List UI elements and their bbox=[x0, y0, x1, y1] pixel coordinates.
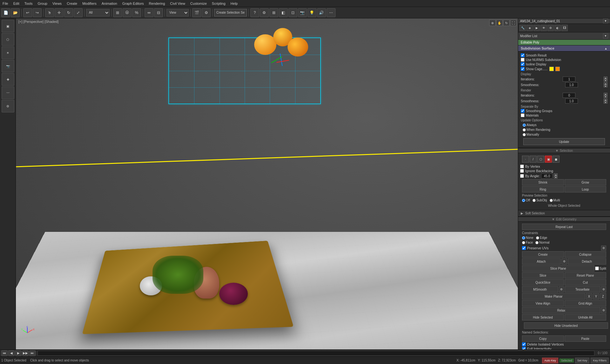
iterations-spinner[interactable]: ▲ ▼ bbox=[604, 77, 607, 82]
menu-edit[interactable]: Edit bbox=[11, 1, 22, 6]
split-check[interactable] bbox=[595, 266, 599, 270]
align-btn[interactable]: ⊟ bbox=[154, 8, 163, 17]
loop-btn[interactable]: Loop bbox=[565, 186, 607, 192]
relax-settings[interactable]: ⚙ bbox=[601, 307, 606, 313]
paste-btn[interactable]: Paste bbox=[565, 335, 607, 342]
move-btn[interactable]: ✛ bbox=[55, 8, 64, 17]
timeline-next-btn[interactable]: ⏭ bbox=[29, 350, 36, 356]
poly-sel-btn[interactable]: ▣ bbox=[545, 156, 552, 163]
vp-zoom-btn[interactable]: ⊕ bbox=[489, 20, 496, 26]
edge-radio[interactable] bbox=[536, 236, 539, 239]
sound-btn[interactable]: 🔊 bbox=[317, 8, 326, 17]
cage-color-swatch2[interactable] bbox=[555, 67, 560, 71]
panel-icon-material[interactable]: ◐ bbox=[554, 25, 561, 31]
new-scene-btn[interactable]: 📄 bbox=[1, 8, 10, 17]
percent-snap-btn[interactable]: % bbox=[132, 8, 141, 17]
menu-civil-view[interactable]: Civil View bbox=[167, 1, 187, 6]
panel-icon-anim[interactable]: 🎞 bbox=[561, 25, 568, 31]
panel-icon-utilities[interactable]: ⚙ bbox=[547, 25, 554, 31]
preserve-uvs-settings[interactable]: ⚙ bbox=[601, 246, 606, 251]
show-cage-check[interactable] bbox=[521, 67, 525, 71]
relax-btn[interactable]: Relax bbox=[522, 307, 600, 313]
element-sel-btn[interactable]: ◼ bbox=[552, 156, 559, 163]
multi-radio[interactable] bbox=[550, 199, 553, 202]
render-iter-spinner[interactable]: ▲ ▼ bbox=[604, 93, 607, 98]
auto-key-btn[interactable]: Auto Key bbox=[542, 358, 558, 363]
mirror-btn[interactable]: ⇔ bbox=[145, 8, 153, 17]
face-radio-label[interactable]: Face bbox=[522, 241, 533, 244]
cage-color-swatch[interactable] bbox=[549, 67, 554, 71]
panel-icon-display[interactable]: 👁 bbox=[540, 25, 547, 31]
menu-graph-editors[interactable]: Graph Editors bbox=[120, 1, 146, 6]
update-button[interactable]: Update bbox=[523, 138, 605, 145]
subobj-radio-label[interactable]: SubObj bbox=[532, 199, 547, 202]
scale-btn[interactable]: ⤢ bbox=[74, 8, 83, 17]
repeat-last-btn[interactable]: Repeat Last bbox=[522, 224, 606, 230]
obj-dropdown-btn[interactable]: ▼ bbox=[603, 18, 608, 24]
vp-rotate-btn[interactable]: ↻ bbox=[503, 20, 510, 26]
set-key-btn[interactable]: Set Key bbox=[575, 358, 590, 363]
grow-btn[interactable]: Grow bbox=[565, 179, 607, 185]
smoothing-groups-check[interactable] bbox=[521, 109, 525, 113]
update-always-radio[interactable] bbox=[523, 124, 526, 127]
menu-modifiers[interactable]: Modifiers bbox=[80, 1, 99, 6]
settings-btn[interactable]: ⚙ bbox=[260, 8, 269, 17]
render-btn[interactable]: 🎬 bbox=[192, 8, 201, 17]
iterations-input[interactable] bbox=[563, 77, 575, 82]
ignore-backfacing-check[interactable] bbox=[520, 169, 524, 173]
key-filters-btn[interactable]: Key Filters bbox=[591, 358, 609, 363]
modifier-dropdown-btn[interactable]: ▼ bbox=[603, 33, 608, 38]
x-btn[interactable]: X bbox=[586, 293, 592, 300]
view-align-btn[interactable]: View Align bbox=[522, 300, 564, 307]
shrink-btn[interactable]: Shrink bbox=[522, 179, 564, 185]
panel-icon-hierarchy[interactable]: ◈ bbox=[526, 25, 533, 31]
preserve-uvs-check[interactable] bbox=[522, 246, 526, 250]
timeline-play-btn[interactable]: ▶ bbox=[15, 350, 22, 356]
msmooth-btn[interactable]: MSmooth bbox=[522, 286, 558, 293]
render-smooth-spinner[interactable]: ▲ ▼ bbox=[604, 98, 607, 104]
menu-scripting[interactable]: Scripting bbox=[209, 1, 228, 6]
menu-group[interactable]: Group bbox=[35, 1, 50, 6]
rotate-btn[interactable]: ↻ bbox=[64, 8, 73, 17]
unhide-all-btn[interactable]: Unhide All bbox=[565, 314, 607, 320]
toggle-btn[interactable]: ◧ bbox=[279, 8, 288, 17]
edit-geom-header[interactable]: ▼ Edit Geometry bbox=[518, 217, 610, 222]
menu-rendering[interactable]: Rendering bbox=[146, 1, 168, 6]
snap-btn[interactable]: ⊞ bbox=[113, 8, 122, 17]
slice-btn[interactable]: Slice bbox=[522, 272, 564, 279]
view-dropdown[interactable]: View World Local bbox=[166, 9, 189, 17]
timeline-prev-btn[interactable]: ⏮ bbox=[1, 350, 8, 356]
multi-radio-label[interactable]: Multi bbox=[550, 199, 560, 202]
spacewarps-btn[interactable]: 〰 bbox=[2, 86, 14, 99]
viewport[interactable]: [+] [Perspective] [Shaded] X Y Z ⊕ ✋ ↻ ⛶ bbox=[16, 18, 518, 349]
update-manually-radio[interactable] bbox=[523, 133, 526, 136]
create-selection-btn[interactable]: Create Selection Se bbox=[214, 9, 247, 17]
create-geometry-btn[interactable]: ▣ bbox=[2, 20, 14, 32]
extra-btn[interactable]: ⋯ bbox=[327, 8, 336, 17]
attach-settings[interactable]: ⚙ bbox=[561, 258, 567, 265]
filter-dropdown[interactable]: All Geometry Shapes bbox=[86, 9, 110, 17]
edge-radio-label[interactable]: Edge bbox=[536, 236, 547, 239]
panel-icon-modifiers[interactable]: 🔧 bbox=[519, 25, 526, 31]
by-vertex-check[interactable] bbox=[520, 165, 524, 168]
msmooth-settings[interactable]: ⚙ bbox=[559, 286, 564, 293]
timeline-bar[interactable] bbox=[37, 351, 594, 356]
layout-btn[interactable]: ⊞ bbox=[269, 8, 278, 17]
tess-settings[interactable]: ⚙ bbox=[601, 286, 606, 293]
tessellate-btn[interactable]: Tessellate bbox=[565, 286, 601, 293]
delete-isolated-check[interactable] bbox=[522, 342, 526, 346]
editable-poly-row[interactable]: Editable Poly bbox=[518, 40, 610, 45]
attach-btn[interactable]: Attach bbox=[522, 258, 561, 265]
border-sel-btn[interactable]: ⬡ bbox=[537, 156, 544, 163]
angle-snap-btn[interactable]: ⦿ bbox=[123, 8, 132, 17]
z-btn[interactable]: Z bbox=[600, 293, 606, 300]
subdiv-surface-title[interactable]: Subdivision Surface ▲ bbox=[518, 45, 610, 51]
grid-align-btn[interactable]: Grid Align bbox=[565, 300, 607, 307]
menu-tools[interactable]: Tools bbox=[22, 1, 35, 6]
isoline-check[interactable] bbox=[521, 62, 525, 66]
render-smoothness-input[interactable] bbox=[565, 98, 578, 104]
selection-header[interactable]: ▼ Selection bbox=[518, 148, 610, 153]
menu-views[interactable]: Views bbox=[50, 1, 64, 6]
hide-unselected-btn[interactable]: Hide Unselected bbox=[524, 322, 608, 329]
normal-radio-label[interactable]: Normal bbox=[535, 241, 549, 244]
